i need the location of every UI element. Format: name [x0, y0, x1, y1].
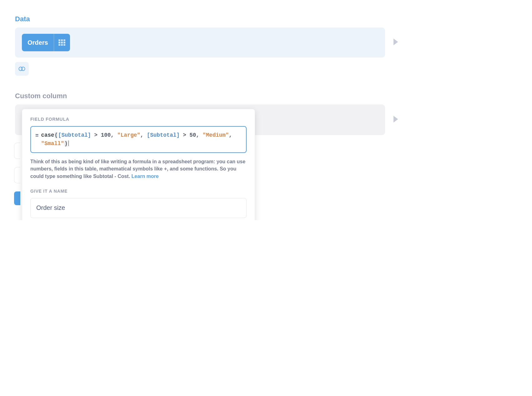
equals-prefix: =	[35, 131, 39, 140]
join-button[interactable]	[15, 62, 29, 76]
data-section-label: Data	[15, 15, 385, 23]
text-cursor	[68, 140, 69, 146]
svg-point-1	[21, 67, 25, 71]
column-name-input[interactable]	[30, 198, 247, 218]
join-icon	[18, 66, 25, 71]
formula-help-text: Think of this as being kind of like writ…	[30, 158, 247, 180]
data-source-name: Orders	[22, 34, 54, 51]
formula-code: case([Subtotal] > 100, "Large", [Subtota…	[41, 131, 242, 148]
data-source-pill[interactable]: Orders	[22, 34, 70, 51]
formula-input[interactable]: = case([Subtotal] > 100, "Large", [Subto…	[30, 126, 247, 153]
data-panel: Orders	[15, 28, 385, 58]
name-label: GIVE IT A NAME	[30, 189, 247, 194]
custom-column-section-label: Custom column	[15, 92, 385, 100]
learn-more-link[interactable]: Learn more	[132, 174, 159, 179]
table-grid-icon[interactable]	[54, 34, 70, 51]
grid-icon	[58, 39, 65, 46]
custom-column-editor-popover: FIELD FORMULA = case([Subtotal] > 100, "…	[22, 109, 255, 220]
run-arrow-icon[interactable]	[393, 38, 399, 47]
field-formula-label: FIELD FORMULA	[30, 117, 247, 122]
run-arrow-icon[interactable]	[393, 115, 399, 124]
